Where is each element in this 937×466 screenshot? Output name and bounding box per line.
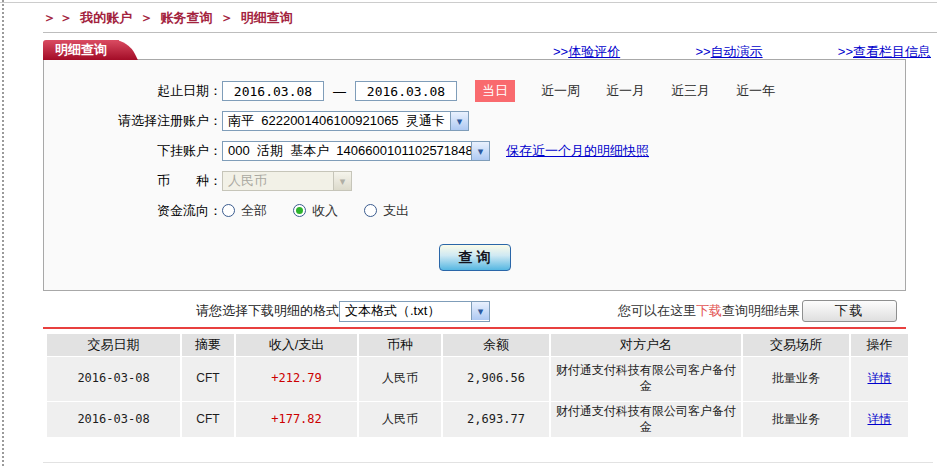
date-dash: — bbox=[333, 84, 346, 99]
radio-unchecked-icon[interactable] bbox=[364, 204, 377, 217]
currency-select-disabled: 人民币 ▾ bbox=[222, 171, 352, 191]
table-header-cell: 交易日期 bbox=[47, 334, 180, 356]
breadcrumb-divider bbox=[43, 32, 937, 33]
register-account-select[interactable]: 南平 6222001406100921065 灵通卡 ▾ bbox=[222, 111, 469, 131]
date-range-label: 起止日期： bbox=[44, 82, 222, 100]
download-format-value: 文本格式（.txt） bbox=[340, 302, 445, 320]
radio-checked-icon[interactable] bbox=[293, 204, 306, 217]
table-cell: 2016-03-08 bbox=[47, 357, 180, 401]
table-header-cell: 摘要 bbox=[182, 334, 234, 356]
top-link-prefix: >> bbox=[695, 44, 710, 59]
flow-option-1[interactable]: 收入 bbox=[293, 202, 338, 220]
sub-account-select[interactable]: 000 活期 基本户 1406600101102571848 ▾ bbox=[222, 141, 490, 161]
date-from-input[interactable] bbox=[222, 81, 324, 101]
quick-range-3[interactable]: 近一年 bbox=[736, 83, 775, 98]
quick-range-options: 近一周近一月近三月近一年 bbox=[515, 82, 775, 100]
query-button[interactable]: 查 询 bbox=[439, 244, 511, 271]
table-header-cell: 交易场所 bbox=[743, 334, 849, 356]
table-cell: 2016-03-08 bbox=[47, 402, 180, 437]
detail-link[interactable]: 详情 bbox=[868, 371, 892, 385]
download-hint-group: 您可以在这里 下载 查询明细结果 下载 bbox=[618, 300, 897, 322]
register-account-value: 南平 6222001406100921065 灵通卡 bbox=[223, 112, 450, 130]
table-header-cell: 余额 bbox=[443, 334, 549, 356]
table-cell: 2,906.56 bbox=[443, 357, 549, 401]
download-button[interactable]: 下载 bbox=[802, 300, 897, 322]
flow-option-label: 收入 bbox=[312, 202, 338, 220]
currency-label: 币 种： bbox=[44, 172, 222, 190]
top-border-line bbox=[0, 2, 937, 3]
download-format-label: 请您选择下载明细的格式 bbox=[196, 302, 339, 320]
download-format-group: 请您选择下载明细的格式 文本格式（.txt） ▾ bbox=[196, 301, 490, 322]
table-row: 2016-03-08CFT+177.82人民币2,693.77财付通支付科技有限… bbox=[47, 402, 908, 437]
sub-account-label: 下挂账户： bbox=[44, 142, 222, 160]
flow-option-2[interactable]: 支出 bbox=[364, 202, 409, 220]
table-row: 2016-03-08CFT+212.79人民币2,906.56财付通支付科技有限… bbox=[47, 357, 908, 401]
breadcrumb-prefix: ＞ ＞ bbox=[43, 10, 73, 25]
table-cell: 批量业务 bbox=[743, 402, 849, 437]
top-link-label[interactable]: 体验评价 bbox=[568, 44, 620, 59]
table-cell: 财付通支付科技有限公司客户备付金 bbox=[551, 357, 741, 401]
top-link-prefix: >> bbox=[553, 44, 568, 59]
top-link-label[interactable]: 查看栏目信息 bbox=[853, 44, 931, 59]
download-hint-after: 查询明细结果 bbox=[722, 302, 800, 320]
register-account-label: 请选择注册账户： bbox=[44, 112, 222, 130]
radio-unchecked-icon[interactable] bbox=[222, 204, 235, 217]
quick-range-0[interactable]: 近一周 bbox=[541, 83, 580, 98]
sub-account-row: 下挂账户： 000 活期 基本户 1406600101102571848 ▾ 保… bbox=[44, 140, 905, 162]
dropdown-arrow-icon[interactable]: ▾ bbox=[471, 302, 489, 320]
download-hint-before: 您可以在这里 bbox=[618, 302, 696, 320]
register-account-row: 请选择注册账户： 南平 6222001406100921065 灵通卡 ▾ bbox=[44, 110, 905, 132]
breadcrumb-item-account-query[interactable]: 账务查询 bbox=[161, 10, 213, 25]
table-header-row: 交易日期摘要收入/支出币种余额对方户名交易场所操作 bbox=[47, 334, 908, 356]
top-link-label[interactable]: 自动演示 bbox=[711, 44, 763, 59]
table-cell: 详情 bbox=[851, 357, 908, 401]
snapshot-link[interactable]: 保存近一个月的明细快照 bbox=[506, 142, 649, 160]
flow-direction-row: 资金流向： 全部收入支出 bbox=[44, 200, 905, 222]
quick-range-today[interactable]: 当日 bbox=[475, 80, 515, 102]
transactions-table: 交易日期摘要收入/支出币种余额对方户名交易场所操作 2016-03-08CFT+… bbox=[45, 333, 910, 438]
date-range-row: 起止日期： — 当日 近一周近一月近三月近一年 bbox=[44, 80, 905, 102]
table-cell: 人民币 bbox=[359, 357, 441, 401]
table-cell: 详情 bbox=[851, 402, 908, 437]
currency-value: 人民币 bbox=[223, 172, 272, 190]
table-cell: CFT bbox=[182, 402, 234, 437]
table-cell: +177.82 bbox=[236, 402, 357, 437]
table-cell: 财付通支付科技有限公司客户备付金 bbox=[551, 402, 741, 437]
sub-account-value: 000 活期 基本户 1406600101102571848 bbox=[223, 142, 471, 160]
quick-range-2[interactable]: 近三月 bbox=[671, 83, 710, 98]
detail-link[interactable]: 详情 bbox=[868, 412, 892, 426]
flow-option-0[interactable]: 全部 bbox=[222, 202, 267, 220]
table-header-cell: 币种 bbox=[359, 334, 441, 356]
download-format-select[interactable]: 文本格式（.txt） ▾ bbox=[339, 301, 490, 322]
flow-option-label: 全部 bbox=[241, 202, 267, 220]
breadcrumb-separator: ＞ bbox=[220, 10, 233, 25]
dropdown-arrow-icon[interactable]: ▾ bbox=[471, 142, 489, 160]
table-cell: 批量业务 bbox=[743, 357, 849, 401]
breadcrumb-separator: ＞ bbox=[140, 10, 153, 25]
table-cell: +212.79 bbox=[236, 357, 357, 401]
date-to-input[interactable] bbox=[355, 81, 457, 101]
breadcrumb: ＞ ＞ 我的账户 ＞ 账务查询 ＞ 明细查询 bbox=[43, 9, 297, 27]
table-header-cell: 收入/支出 bbox=[236, 334, 357, 356]
query-form: 起止日期： — 当日 近一周近一月近三月近一年 请选择注册账户： 南平 6222… bbox=[44, 60, 905, 271]
quick-range-1[interactable]: 近一月 bbox=[606, 83, 645, 98]
left-dotted-border bbox=[2, 0, 4, 466]
tab-detail-query[interactable]: 明细查询 bbox=[43, 40, 119, 60]
tab-label: 明细查询 bbox=[55, 42, 107, 57]
table-header-cell: 操作 bbox=[851, 334, 908, 356]
table-cell: 2,693.77 bbox=[443, 402, 549, 437]
breadcrumb-item-my-account[interactable]: 我的账户 bbox=[80, 10, 132, 25]
breadcrumb-item-detail-query[interactable]: 明细查询 bbox=[241, 10, 293, 25]
detail-query-page: ＞ ＞ 我的账户 ＞ 账务查询 ＞ 明细查询 明细查询 >>体验评价>>自动演示… bbox=[0, 0, 937, 466]
dropdown-arrow-icon: ▾ bbox=[333, 172, 351, 190]
flow-option-label: 支出 bbox=[383, 202, 409, 220]
dropdown-arrow-icon[interactable]: ▾ bbox=[450, 112, 468, 130]
table-header-cell: 对方户名 bbox=[551, 334, 741, 356]
table-top-divider bbox=[43, 327, 906, 329]
currency-row: 币 种： 人民币 ▾ bbox=[44, 170, 905, 192]
query-form-panel: 起止日期： — 当日 近一周近一月近三月近一年 请选择注册账户： 南平 6222… bbox=[43, 59, 906, 291]
download-row: 请您选择下载明细的格式 文本格式（.txt） ▾ 您可以在这里 下载 查询明细结… bbox=[43, 299, 904, 323]
download-hint-link[interactable]: 下载 bbox=[696, 302, 722, 320]
table-cell: CFT bbox=[182, 357, 234, 401]
top-link-prefix: >> bbox=[838, 44, 853, 59]
